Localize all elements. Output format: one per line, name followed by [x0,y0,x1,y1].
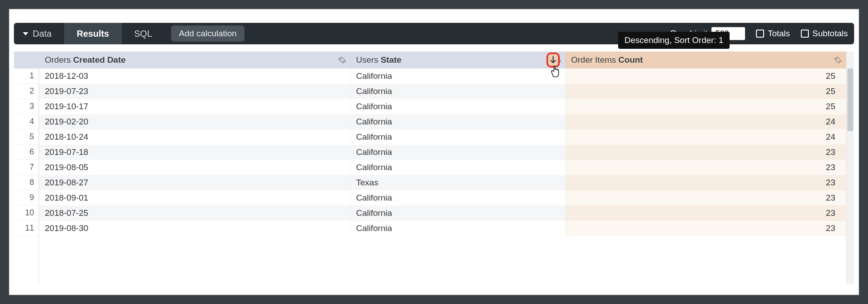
tab-data[interactable]: Data [20,23,64,44]
table-row[interactable]: 2019-02-20California24 [39,114,847,129]
cell-state[interactable]: California [351,129,566,145]
cell-date[interactable]: 2019-07-18 [39,145,351,160]
cell-date[interactable]: 2018-07-25 [39,206,351,221]
add-calculation-button[interactable]: Add calculation [171,26,245,42]
row-number: 9 [14,190,39,206]
tab-data-label: Data [33,29,52,39]
cell-date[interactable]: 2019-10-17 [39,99,351,114]
table-row[interactable]: 2019-07-23California25 [39,84,847,99]
cell-date[interactable]: 2019-08-27 [39,175,351,190]
cell-state[interactable]: California [351,190,566,206]
caret-down-icon [23,32,28,35]
column-prefix: Users [356,55,381,64]
cell-date[interactable]: 2019-08-30 [39,221,351,236]
data-area: 1234567891011 Orders Created Date [14,51,854,284]
table-row[interactable]: 2018-10-24California24 [39,129,847,145]
tab-results[interactable]: Results [64,23,121,44]
row-number: 1 [14,69,39,84]
gear-icon[interactable] [834,56,842,64]
cell-state[interactable]: Texas [351,175,566,190]
tab-sql-label: SQL [134,29,152,39]
subtotals-checkbox[interactable]: Subtotals [801,29,848,39]
subtotals-label: Subtotals [812,29,848,39]
cell-count[interactable]: 23 [566,160,847,175]
cell-state[interactable]: California [351,69,566,84]
cell-state[interactable]: California [351,160,566,175]
table-row[interactable]: 2019-08-05California23 [39,160,847,175]
row-number: 3 [14,99,39,114]
row-number: 4 [14,114,39,129]
app-frame: Data Results SQL Add calculation Row Lim… [9,9,859,295]
cell-state[interactable]: California [351,145,566,160]
add-calculation-label: Add calculation [179,29,237,38]
column-header-created-date[interactable]: Orders Created Date [39,51,351,69]
scrollbar-thumb[interactable] [847,69,853,131]
tab-results-label: Results [77,29,109,39]
vertical-scrollbar[interactable] [846,51,854,284]
row-number: 2 [14,84,39,99]
cell-date[interactable]: 2018-10-24 [39,129,351,145]
totals-checkbox[interactable]: Totals [756,29,790,39]
table-row[interactable]: 2018-12-03California25 [39,69,847,84]
cell-date[interactable]: 2019-07-23 [39,84,351,99]
cell-state[interactable]: California [351,206,566,221]
pointer-cursor-icon [550,64,563,78]
column-bold: Count [619,55,643,64]
row-number: 5 [14,129,39,145]
cell-count[interactable]: 23 [566,175,847,190]
cell-count[interactable]: 25 [566,69,847,84]
row-number: 10 [14,206,39,221]
cell-date[interactable]: 2019-08-05 [39,160,351,175]
column-header-state[interactable]: Users State [351,51,566,69]
table-row[interactable]: 2018-07-25California23 [39,206,847,221]
table-row[interactable]: 2019-08-30California23 [39,221,847,236]
cell-count[interactable]: 23 [566,190,847,206]
cell-date[interactable]: 2019-02-20 [39,114,351,129]
row-number: 6 [14,145,39,160]
table-row[interactable]: 2019-08-27Texas23 [39,175,847,190]
row-number: 11 [14,221,39,236]
cell-count[interactable]: 24 [566,114,847,129]
arrow-down-icon [550,56,556,64]
checkbox-icon [756,30,764,38]
cell-state[interactable]: California [351,114,566,129]
cell-count[interactable]: 23 [566,206,847,221]
data-grid: Orders Created Date Users State [39,51,846,284]
cell-count[interactable]: 25 [566,84,847,99]
column-bold: State [381,55,401,64]
cell-state[interactable]: California [351,99,566,114]
cell-count[interactable]: 23 [566,145,847,160]
cell-date[interactable]: 2018-12-03 [39,69,351,84]
cell-count[interactable]: 25 [566,99,847,114]
cell-count[interactable]: 23 [566,221,847,236]
cell-count[interactable]: 24 [566,129,847,145]
row-number: 7 [14,160,39,175]
column-bold: Created Date [73,55,125,64]
tab-sql[interactable]: SQL [122,23,165,44]
sort-tooltip: Descending, Sort Order: 1 [618,32,730,49]
checkbox-icon [801,30,809,38]
row-number: 8 [14,175,39,190]
totals-label: Totals [768,29,790,39]
cell-state[interactable]: California [351,221,566,236]
column-header-count[interactable]: Order Items Count [566,51,847,69]
table-row[interactable]: 2019-10-17California25 [39,99,847,114]
rownum-header [14,51,39,69]
cell-date[interactable]: 2018-09-01 [39,190,351,206]
rownum-column: 1234567891011 [14,51,39,284]
column-prefix: Orders [45,55,73,64]
column-prefix: Order Items [571,55,619,64]
table-row[interactable]: 2018-09-01California23 [39,190,847,206]
table-row[interactable]: 2019-07-18California23 [39,145,847,160]
gear-icon[interactable] [338,56,347,64]
cell-state[interactable]: California [351,84,566,99]
